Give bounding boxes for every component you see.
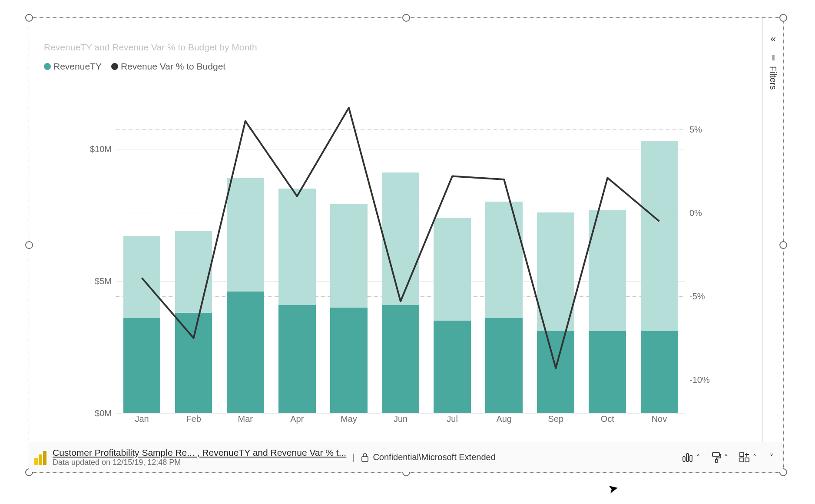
legend-label-revenue: RevenueTY	[53, 61, 102, 72]
drill-data-button[interactable]: ˄	[679, 451, 702, 464]
visual-area: RevenueTY and Revenue Var % to Budget by…	[29, 18, 783, 472]
x-tick-label: Jan	[135, 414, 149, 424]
footer-divider: |	[352, 452, 354, 462]
chevron-up-icon: ˄	[724, 453, 728, 461]
format-button[interactable]: ˄	[709, 450, 730, 465]
expand-panes-button[interactable]: ˅	[765, 450, 778, 465]
x-tick-label: Aug	[496, 414, 512, 424]
filters-pane-collapsed[interactable]: « ⫴ Filters	[762, 18, 783, 442]
plot-area: $0M$5M$10M-10%-5%0%5%	[73, 96, 716, 413]
data-updated-label: Data updated on 12/15/19, 12:48 PM	[53, 458, 346, 468]
paint-roller-icon	[711, 452, 722, 463]
chart-legend: RevenueTY Revenue Var % to Budget	[44, 61, 231, 72]
visualizations-button[interactable]: ˄	[736, 450, 759, 465]
sensitivity-label[interactable]: Confidential\Microsoft Extended	[361, 452, 495, 462]
chart-title: RevenueTY and Revenue Var % to Budget by…	[44, 42, 257, 53]
chevron-down-icon: ˅	[769, 453, 774, 462]
lock-icon	[361, 453, 369, 462]
filters-icon: ⫴	[772, 53, 775, 63]
svg-rect-2	[686, 454, 689, 461]
combo-chart[interactable]: RevenueTY and Revenue Var % to Budget by…	[29, 18, 762, 442]
chevron-up-icon: ˄	[753, 453, 756, 461]
expand-filters-icon[interactable]: «	[770, 33, 775, 45]
svg-rect-0	[362, 457, 368, 461]
x-tick-label: Jun	[394, 414, 408, 424]
svg-rect-1	[683, 457, 685, 461]
y-right-tick-label: -5%	[689, 292, 716, 302]
status-bar: Customer Profitability Sample Re... , Re…	[29, 442, 783, 472]
add-visual-icon	[739, 452, 750, 463]
legend-item-variance[interactable]: Revenue Var % to Budget	[111, 61, 225, 72]
sensitivity-text: Confidential\Microsoft Extended	[373, 452, 495, 462]
mouse-cursor-icon: ➤	[607, 481, 620, 497]
variance-line[interactable]	[116, 96, 685, 413]
y-right-tick-label: -10%	[689, 375, 716, 385]
svg-rect-5	[716, 460, 717, 462]
legend-swatch-variance	[111, 63, 118, 70]
legend-item-revenue[interactable]: RevenueTY	[44, 61, 102, 72]
y-left-tick-label: $0M	[73, 408, 112, 418]
x-tick-label: Mar	[238, 414, 252, 424]
legend-label-variance: Revenue Var % to Budget	[121, 61, 225, 72]
svg-rect-8	[745, 458, 749, 462]
y-left-tick-label: $5M	[73, 276, 112, 286]
svg-rect-4	[712, 453, 719, 456]
bar-chart-icon	[682, 452, 694, 463]
svg-rect-7	[740, 458, 744, 462]
legend-swatch-revenue	[44, 63, 51, 70]
x-tick-label: Apr	[290, 414, 304, 424]
y-right-tick-label: 0%	[689, 208, 716, 218]
x-tick-label: Sep	[548, 414, 563, 424]
chevron-up-icon: ˄	[696, 453, 700, 461]
x-tick-label: Jul	[447, 414, 458, 424]
svg-rect-6	[740, 453, 744, 457]
svg-rect-3	[690, 455, 692, 461]
powerbi-icon	[34, 450, 46, 465]
filters-text: Filters	[768, 66, 778, 90]
x-tick-label: Oct	[601, 414, 614, 424]
y-right-tick-label: 5%	[689, 124, 716, 134]
x-tick-label: Nov	[652, 414, 667, 424]
report-breadcrumb-link[interactable]: Customer Profitability Sample Re... , Re…	[53, 447, 346, 458]
y-left-tick-label: $10M	[73, 144, 112, 154]
filters-pane-label[interactable]: ⫴ Filters	[768, 53, 778, 90]
x-tick-label: Feb	[186, 414, 201, 424]
x-tick-label: May	[341, 414, 357, 424]
